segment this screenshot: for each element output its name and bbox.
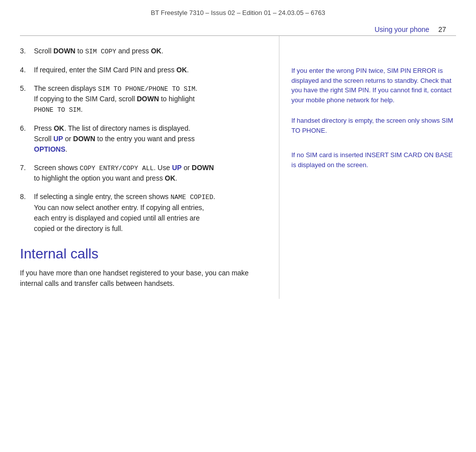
page-header: BT Freestyle 7310 – Issus 02 – Edition 0… — [0, 0, 476, 20]
step-number: 4. — [20, 65, 34, 75]
side-note: If you enter the wrong PIN twice, SIM PI… — [291, 66, 456, 105]
step-number: 8. — [20, 192, 34, 234]
step-text: Press OK. The list of directory names is… — [34, 123, 195, 155]
step-number: 7. — [20, 163, 34, 184]
list-item: 4.If required, enter the SIM Card PIN an… — [20, 65, 269, 75]
step-number: 5. — [20, 83, 34, 115]
section-label: Using your phone — [375, 25, 430, 33]
page-number: 27 — [438, 25, 446, 33]
side-note: If no SIM card is inserted INSERT SIM CA… — [291, 150, 456, 170]
step-text: If selecting a single entry, the screen … — [34, 192, 215, 234]
step-text: Scroll DOWN to SIM COPY and press OK. — [34, 46, 163, 57]
side-column: If you enter the wrong PIN twice, SIM PI… — [279, 36, 456, 299]
internal-calls-heading: Internal calls — [20, 246, 269, 262]
list-item: 5.The screen displays SIM TO PHONE/PHONE… — [20, 83, 269, 115]
list-item: 6.Press OK. The list of directory names … — [20, 123, 269, 155]
content-area: 3.Scroll DOWN to SIM COPY and press OK.4… — [0, 36, 476, 299]
list-item: 3.Scroll DOWN to SIM COPY and press OK. — [20, 46, 269, 57]
page: BT Freestyle 7310 – Issus 02 – Edition 0… — [0, 0, 476, 452]
step-text: If required, enter the SIM Card PIN and … — [34, 65, 189, 75]
top-right: Using your phone 27 — [0, 20, 476, 35]
step-text: Screen shows COPY ENTRY/COPY ALL. Use UP… — [34, 163, 214, 184]
steps-list: 3.Scroll DOWN to SIM COPY and press OK.4… — [20, 46, 269, 234]
step-number: 6. — [20, 123, 34, 155]
list-item: 8.If selecting a single entry, the scree… — [20, 192, 269, 234]
side-note: If handset directory is empty, the scree… — [291, 116, 456, 135]
header-text: BT Freestyle 7310 – Issus 02 – Edition 0… — [151, 9, 325, 16]
list-item: 7.Screen shows COPY ENTRY/COPY ALL. Use … — [20, 163, 269, 184]
section-intro: If you have more than one handset regist… — [20, 268, 269, 289]
step-number: 3. — [20, 46, 34, 57]
main-column: 3.Scroll DOWN to SIM COPY and press OK.4… — [20, 36, 279, 299]
step-text: The screen displays SIM TO PHONE/PHONE T… — [34, 83, 197, 115]
